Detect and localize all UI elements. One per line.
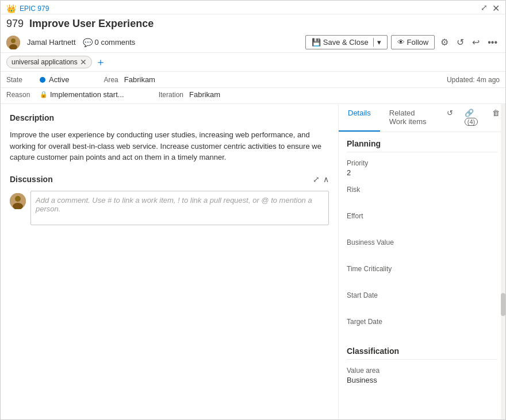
iteration-value[interactable]: Fabrikam bbox=[189, 90, 220, 99]
state-row: State Active Area Fabrikam Updated: 4m a… bbox=[1, 72, 505, 88]
tab-history[interactable]: ↺ bbox=[441, 104, 459, 132]
updated-text: Updated: 4m ago bbox=[447, 76, 500, 84]
tags-row: universal applications ✕ ＋ bbox=[1, 53, 505, 72]
discussion-title: Discussion bbox=[10, 175, 53, 184]
svg-point-1 bbox=[11, 38, 16, 43]
more-options-button[interactable]: ••• bbox=[485, 35, 500, 50]
work-item-title[interactable]: Improve User Experience bbox=[29, 18, 154, 30]
crown-icon: 👑 bbox=[6, 4, 16, 13]
svg-point-4 bbox=[15, 196, 21, 202]
expand-discussion-icon[interactable]: ⤢ bbox=[313, 175, 320, 184]
risk-label: Risk bbox=[347, 186, 497, 194]
actions-right: 💾 Save & Close ▾ 👁 Follow ⚙ ↺ ↩ ••• bbox=[305, 34, 500, 50]
comment-icon: 💬 bbox=[83, 38, 93, 47]
effort-field: Effort bbox=[347, 212, 497, 232]
iteration-group: Iteration Fabrikam bbox=[159, 90, 221, 99]
tab-links[interactable]: 🔗 (4) bbox=[459, 104, 486, 132]
undo-button[interactable]: ↩ bbox=[470, 34, 482, 50]
left-panel: Description Improve the user experience … bbox=[1, 104, 339, 419]
area-value[interactable]: Fabrikam bbox=[124, 75, 155, 84]
priority-value[interactable]: 2 bbox=[347, 168, 497, 179]
close-window-icon[interactable]: ✕ bbox=[492, 3, 500, 14]
main-content: Description Improve the user experience … bbox=[1, 104, 505, 419]
comments-count: 0 comments bbox=[95, 38, 136, 47]
tag-close-icon[interactable]: ✕ bbox=[80, 57, 87, 67]
lock-icon: 🔒 bbox=[40, 91, 48, 98]
description-text: Improve the user experience by conductin… bbox=[10, 129, 329, 163]
discussion-section: Discussion ⤢ ∧ Add a comment. Use bbox=[10, 175, 329, 225]
breadcrumb-area: 👑 EPIC 979 bbox=[6, 4, 49, 13]
start-date-label: Start Date bbox=[347, 291, 497, 299]
work-item-id: 979 bbox=[6, 18, 24, 30]
discussion-area: Add a comment. Use # to link a work item… bbox=[10, 191, 329, 225]
reason-group: Reason 🔒 Implementation start... bbox=[6, 90, 124, 99]
state-text: Active bbox=[49, 75, 69, 84]
settings-button[interactable]: ⚙ bbox=[438, 34, 451, 50]
area-group: Area Fabrikam bbox=[103, 75, 155, 84]
business-value-field: Business Value bbox=[347, 238, 497, 258]
save-close-label: Save & Close bbox=[323, 38, 369, 47]
risk-field: Risk bbox=[347, 186, 497, 205]
follow-button[interactable]: 👁 Follow bbox=[391, 35, 435, 49]
classification-title: Classification bbox=[347, 346, 497, 360]
links-badge: (4) bbox=[465, 118, 478, 126]
state-dot-icon bbox=[40, 77, 45, 83]
classification-section: Classification Value area Business bbox=[347, 346, 497, 386]
value-area-field: Value area Business bbox=[347, 367, 497, 386]
planning-title: Planning bbox=[347, 139, 497, 152]
value-area-label: Value area bbox=[347, 367, 497, 375]
value-area-value[interactable]: Business bbox=[347, 376, 497, 386]
effort-value[interactable] bbox=[347, 221, 497, 232]
commenter-avatar bbox=[10, 193, 26, 209]
add-tag-button[interactable]: ＋ bbox=[95, 55, 106, 69]
expand-window-icon[interactable]: ⤢ bbox=[481, 3, 488, 14]
discussion-actions: ⤢ ∧ bbox=[313, 175, 329, 184]
top-bar: 👑 EPIC 979 ⤢ ✕ bbox=[1, 1, 505, 14]
target-date-label: Target Date bbox=[347, 318, 497, 326]
top-bar-controls: ⤢ ✕ bbox=[481, 3, 500, 14]
save-icon: 💾 bbox=[312, 38, 321, 47]
right-panel: Details Related Work items ↺ 🔗 (4) 🗑 Pla… bbox=[339, 104, 505, 419]
reason-text: Implementation start... bbox=[50, 90, 124, 99]
reason-label: Reason bbox=[6, 91, 35, 99]
time-criticality-value[interactable] bbox=[347, 274, 497, 284]
effort-label: Effort bbox=[347, 212, 497, 220]
start-date-value[interactable] bbox=[347, 300, 497, 311]
priority-label: Priority bbox=[347, 159, 497, 167]
save-close-dropdown-arrow[interactable]: ▾ bbox=[373, 38, 381, 47]
iteration-label: Iteration bbox=[159, 91, 183, 99]
tab-related-work-items[interactable]: Related Work items bbox=[380, 104, 441, 132]
comment-input[interactable]: Add a comment. Use # to link a work item… bbox=[30, 191, 329, 225]
description-section: Description Improve the user experience … bbox=[10, 113, 329, 163]
state-value[interactable]: Active bbox=[40, 75, 69, 84]
comments-button[interactable]: 💬 0 comments bbox=[83, 38, 136, 47]
actions-row: Jamal Hartnett 💬 0 comments 💾 Save & Clo… bbox=[1, 32, 505, 53]
reason-row: Reason 🔒 Implementation start... Iterati… bbox=[1, 88, 505, 104]
description-title: Description bbox=[10, 113, 329, 122]
title-row: 979 Improve User Experience bbox=[1, 14, 505, 32]
scrollbar-thumb[interactable] bbox=[501, 293, 505, 316]
author-name: Jamal Hartnett bbox=[27, 38, 76, 47]
tab-details[interactable]: Details bbox=[339, 104, 380, 132]
target-date-value[interactable] bbox=[347, 327, 497, 337]
main-window: 👑 EPIC 979 ⤢ ✕ 979 Improve User Experien… bbox=[0, 0, 506, 420]
save-close-button[interactable]: 💾 Save & Close ▾ bbox=[305, 35, 388, 49]
epic-breadcrumb-link[interactable]: EPIC 979 bbox=[20, 5, 49, 13]
collapse-discussion-icon[interactable]: ∧ bbox=[323, 175, 329, 184]
state-label: State bbox=[6, 76, 35, 84]
reason-value[interactable]: 🔒 Implementation start... bbox=[40, 90, 124, 99]
refresh-button[interactable]: ↺ bbox=[454, 34, 466, 50]
right-content: Planning Priority 2 Risk Effort B bbox=[339, 132, 505, 402]
planning-section: Planning Priority 2 Risk Effort B bbox=[347, 139, 497, 337]
state-group: State Active bbox=[6, 75, 69, 84]
area-label: Area bbox=[103, 76, 118, 84]
business-value-label: Business Value bbox=[347, 238, 497, 246]
scrollbar[interactable] bbox=[501, 104, 505, 419]
risk-value[interactable] bbox=[347, 195, 497, 205]
follow-eye-icon: 👁 bbox=[397, 38, 405, 47]
follow-label: Follow bbox=[407, 38, 429, 47]
tag-label: universal applications bbox=[12, 58, 78, 66]
tab-bar: Details Related Work items ↺ 🔗 (4) 🗑 bbox=[339, 104, 505, 132]
business-value-value[interactable] bbox=[347, 248, 497, 258]
time-criticality-field: Time Criticality bbox=[347, 265, 497, 284]
